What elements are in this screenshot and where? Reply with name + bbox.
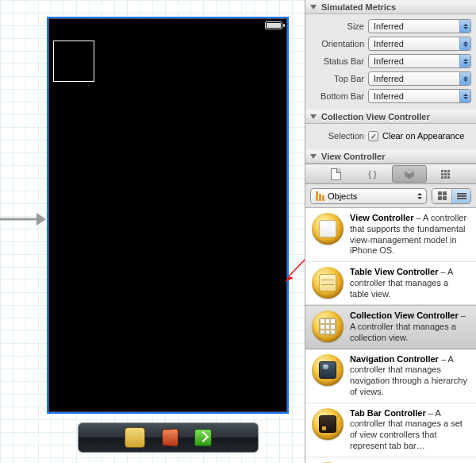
view-controller-icon[interactable]: [162, 428, 178, 446]
collection-view-cell[interactable]: [53, 41, 94, 82]
braces-icon: { }: [368, 169, 376, 179]
canvas[interactable]: [0, 0, 305, 463]
stepper-icon: [459, 90, 470, 102]
grid-icon: [441, 170, 450, 179]
clear-on-appearance-checkbox[interactable]: ✓: [368, 131, 378, 141]
disclosure-icon: [310, 114, 317, 119]
library-category-dropdown[interactable]: Objects: [310, 188, 427, 204]
library-item-nav-controller[interactable]: Navigation Controller – A controller tha…: [305, 349, 476, 403]
tabbar-controller-icon: [312, 408, 344, 440]
disclosure-icon: [310, 154, 317, 159]
svg-marker-1: [36, 213, 46, 226]
stepper-icon: [459, 55, 470, 68]
selection-label: Selection: [310, 131, 364, 141]
clear-label: Clear on Appearance: [382, 131, 464, 141]
scene-dock: [78, 422, 259, 453]
media-tab[interactable]: [428, 165, 463, 183]
file-icon: [331, 168, 341, 180]
bars-icon: [316, 191, 324, 201]
list-view-button[interactable]: [451, 189, 470, 203]
bottombar-combo[interactable]: Inferred: [368, 89, 471, 103]
cube-icon: [404, 168, 415, 179]
stepper-icon: [459, 72, 470, 85]
library-item-collection-vc[interactable]: Collection View Controller – A controlle…: [305, 305, 476, 349]
battery-icon: [265, 21, 282, 29]
library-filter: Objects: [305, 184, 476, 208]
table-vc-icon: [312, 267, 344, 299]
objects-tab[interactable]: [392, 165, 427, 183]
statusbar-label: Status Bar: [310, 56, 364, 66]
grid-view-button[interactable]: [432, 189, 451, 203]
size-label: Size: [310, 21, 364, 31]
collection-vc-form: Selection ✓ Clear on Appearance: [305, 124, 476, 149]
collection-vc-header[interactable]: Collection View Controller: [305, 110, 476, 124]
nav-controller-icon: [312, 354, 344, 386]
code-snippets-tab[interactable]: { }: [355, 165, 390, 183]
simulated-metrics-header[interactable]: Simulated Metrics: [305, 0, 476, 14]
library-item-tabbar-controller[interactable]: Tab Bar Controller – A controller that m…: [305, 403, 476, 457]
collection-vc-icon: [312, 311, 344, 342]
library-item-page-vc[interactable]: Page View Controller – Presents a sequen…: [305, 457, 476, 464]
section-title: Simulated Metrics: [321, 2, 396, 12]
section-title: View Controller: [321, 152, 385, 161]
topbar-combo[interactable]: Inferred: [368, 71, 471, 86]
disclosure-icon: [310, 5, 317, 10]
dropdown-arrows-icon: [413, 189, 426, 203]
library-item-view-controller[interactable]: View Controller – A controller that supp…: [305, 208, 476, 262]
object-library-list[interactable]: View Controller – A controller that supp…: [305, 208, 476, 463]
inspector-panel: Simulated Metrics SizeInferred Orientati…: [305, 0, 476, 463]
bottombar-label: Bottom Bar: [310, 91, 364, 101]
library-view-toggle: [432, 188, 471, 204]
stepper-icon: [459, 20, 470, 33]
topbar-label: Top Bar: [310, 74, 364, 83]
size-combo[interactable]: Inferred: [368, 19, 471, 33]
view-controller-header[interactable]: View Controller: [305, 149, 476, 164]
section-title: Collection View Controller: [321, 112, 430, 122]
statusbar-combo[interactable]: Inferred: [368, 54, 471, 68]
collection-view-controller-scene[interactable]: [47, 17, 289, 414]
simulated-metrics-form: SizeInferred OrientationInferred Status …: [305, 14, 476, 110]
entry-arrow-icon: [0, 211, 46, 227]
orientation-label: Orientation: [310, 39, 364, 48]
orientation-combo[interactable]: Inferred: [368, 37, 471, 51]
library-tabbar: { }: [305, 164, 476, 184]
first-responder-icon[interactable]: [125, 427, 145, 448]
exit-icon[interactable]: [194, 429, 212, 446]
stepper-icon: [459, 37, 470, 50]
view-controller-icon: [312, 213, 344, 245]
file-templates-tab[interactable]: [319, 165, 354, 183]
library-item-table-vc[interactable]: Table View Controller – A controller tha…: [305, 262, 476, 305]
